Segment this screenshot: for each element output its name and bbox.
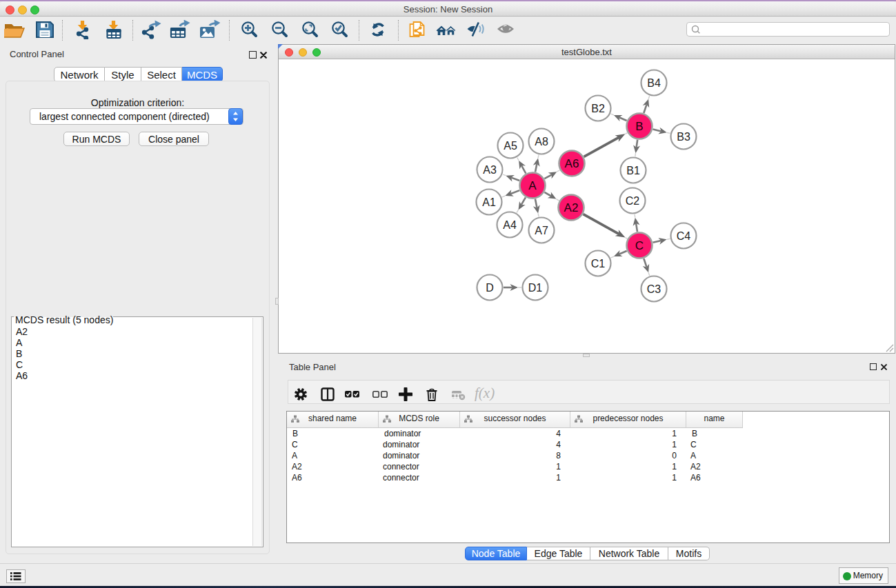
svg-text:A6: A6 bbox=[565, 157, 579, 170]
svg-text:C3: C3 bbox=[647, 283, 661, 295]
svg-text:A5: A5 bbox=[504, 140, 517, 152]
svg-text:A8: A8 bbox=[535, 136, 548, 148]
svg-text:C4: C4 bbox=[677, 230, 691, 242]
svg-text:D: D bbox=[486, 282, 494, 294]
svg-text:B4: B4 bbox=[647, 77, 661, 89]
svg-text:A: A bbox=[528, 179, 537, 192]
svg-text:A2: A2 bbox=[564, 201, 579, 214]
svg-text:B2: B2 bbox=[591, 103, 605, 114]
svg-text:A4: A4 bbox=[503, 219, 517, 231]
svg-text:A7: A7 bbox=[535, 225, 548, 236]
svg-text:A3: A3 bbox=[483, 164, 497, 176]
svg-text:C2: C2 bbox=[626, 195, 640, 207]
svg-text:D1: D1 bbox=[528, 282, 543, 294]
svg-text:B3: B3 bbox=[677, 131, 690, 143]
svg-text:C: C bbox=[635, 239, 644, 252]
svg-text:B: B bbox=[635, 120, 643, 133]
svg-text:B1: B1 bbox=[626, 165, 640, 176]
svg-text:A1: A1 bbox=[482, 196, 496, 208]
svg-text:C1: C1 bbox=[591, 258, 606, 270]
